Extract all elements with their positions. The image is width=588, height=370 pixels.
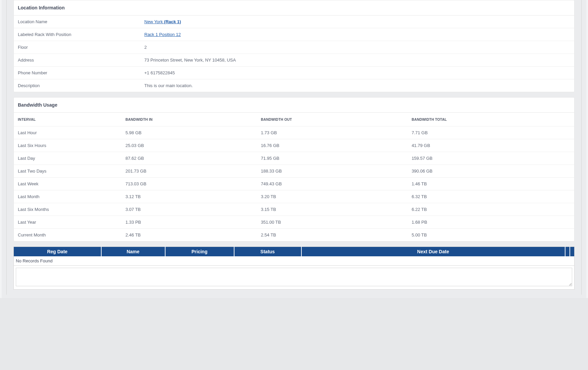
bandwidth-row: Last Hour5.98 GB1.73 GB7.71 GB (14, 126, 574, 139)
bandwidth-cell-out: 16.76 GB (257, 139, 407, 152)
value-cell: 2 (140, 41, 574, 54)
bandwidth-cell-total: 1.46 TB (408, 178, 574, 190)
value-cell: New York (Rack 1) (140, 15, 574, 28)
bandwidth-cell-interval: Current Month (14, 229, 121, 242)
bandwidth-cell-out: 3.15 TB (257, 203, 407, 216)
bandwidth-cell-in: 5.98 GB (121, 126, 257, 139)
label-cell: Phone Number (14, 67, 140, 79)
bandwidth-row: Last Month3.12 TB3.20 TB6.32 TB (14, 190, 574, 203)
bandwidth-cell-interval: Last Two Days (14, 165, 121, 178)
bandwidth-row: Last Week713.03 GB749.43 GB1.46 TB (14, 178, 574, 190)
bandwidth-cell-total: 6.32 TB (408, 190, 574, 203)
label-cell: Labeled Rack With Position (14, 28, 140, 41)
bandwidth-cell-interval: Last Six Hours (14, 139, 121, 152)
notes-wrap (13, 266, 575, 290)
location-row: Location Name New York (Rack 1) (14, 15, 574, 28)
bandwidth-cell-out: 188.33 GB (257, 165, 407, 178)
no-records-cell: No Records Found (14, 256, 575, 266)
col-header-reg-date[interactable]: Reg Date (14, 247, 101, 257)
label-cell: Description (14, 79, 140, 92)
bandwidth-cell-interval: Last Hour (14, 126, 121, 139)
records-table: Reg Date Name Pricing Status Next Due Da… (13, 247, 575, 266)
col-header-next-due[interactable]: Next Due Date (301, 247, 565, 257)
value-cell: This is our main location. (140, 79, 574, 92)
label-cell: Location Name (14, 15, 140, 28)
location-row: Description This is our main location. (14, 79, 574, 92)
bandwidth-cell-in: 713.03 GB (121, 178, 257, 190)
panel-title: Location Information (18, 5, 65, 10)
location-info-panel: Location Information Location Name New Y… (13, 0, 575, 92)
bandwidth-cell-total: 5.00 TB (408, 229, 574, 242)
label-cell: Address (14, 54, 140, 67)
bandwidth-cell-out: 71.95 GB (257, 152, 407, 165)
col-header-name[interactable]: Name (101, 247, 165, 257)
col-header-pricing[interactable]: Pricing (165, 247, 234, 257)
bandwidth-cell-in: 3.07 TB (121, 203, 257, 216)
bandwidth-cell-in: 3.12 TB (121, 190, 257, 203)
bandwidth-cell-out: 3.20 TB (257, 190, 407, 203)
value-cell: Rack 1 Position 12 (140, 28, 574, 41)
col-header-out[interactable]: BANDWIDTH OUT (257, 113, 407, 126)
bandwidth-cell-total: 6.22 TB (408, 203, 574, 216)
bandwidth-cell-out: 351.00 TB (257, 216, 407, 229)
bandwidth-cell-total: 159.57 GB (408, 152, 574, 165)
bandwidth-cell-total: 1.68 PB (408, 216, 574, 229)
panel-header: Location Information (14, 0, 574, 15)
panel-header: Bandwidth Usage (14, 98, 574, 113)
value-cell: +1 6175822845 (140, 67, 574, 79)
bandwidth-cell-in: 1.33 PB (121, 216, 257, 229)
location-info-table: Location Name New York (Rack 1) Labeled … (14, 15, 574, 92)
col-header-action-1[interactable] (565, 247, 570, 257)
bandwidth-cell-total: 41.79 GB (408, 139, 574, 152)
bandwidth-cell-total: 390.06 GB (408, 165, 574, 178)
bandwidth-cell-interval: Last Week (14, 178, 121, 190)
rack-position-link[interactable]: Rack 1 Position 12 (144, 32, 181, 37)
bandwidth-table: INTERVAL BANDWIDTH IN BANDWIDTH OUT BAND… (14, 113, 574, 241)
col-header-total[interactable]: BANDWIDTH TOTAL (408, 113, 574, 126)
location-name-link[interactable]: New York (Rack 1) (144, 19, 181, 24)
bandwidth-cell-interval: Last Six Months (14, 203, 121, 216)
location-row: Floor 2 (14, 41, 574, 54)
location-row: Labeled Rack With Position Rack 1 Positi… (14, 28, 574, 41)
bandwidth-row: Last Six Months3.07 TB3.15 TB6.22 TB (14, 203, 574, 216)
bandwidth-cell-in: 87.62 GB (121, 152, 257, 165)
bandwidth-cell-out: 749.43 GB (257, 178, 407, 190)
value-cell: 73 Princeton Street, New York, NY 10458,… (140, 54, 574, 67)
bandwidth-cell-interval: Last Year (14, 216, 121, 229)
bandwidth-cell-interval: Last Month (14, 190, 121, 203)
bandwidth-row: Last Two Days201.73 GB188.33 GB390.06 GB (14, 165, 574, 178)
notes-textarea[interactable] (16, 268, 572, 286)
bandwidth-cell-out: 1.73 GB (257, 126, 407, 139)
bandwidth-cell-in: 2.46 TB (121, 229, 257, 242)
table-row-empty: No Records Found (14, 256, 575, 266)
bandwidth-row: Last Day87.62 GB71.95 GB159.57 GB (14, 152, 574, 165)
bandwidth-cell-in: 201.73 GB (121, 165, 257, 178)
bandwidth-row: Last Six Hours25.03 GB16.76 GB41.79 GB (14, 139, 574, 152)
col-header-action-2[interactable] (570, 247, 575, 257)
location-row: Phone Number +1 6175822845 (14, 67, 574, 79)
bandwidth-cell-in: 25.03 GB (121, 139, 257, 152)
bandwidth-cell-interval: Last Day (14, 152, 121, 165)
location-row: Address 73 Princeton Street, New York, N… (14, 54, 574, 67)
label-cell: Floor (14, 41, 140, 54)
col-header-interval[interactable]: INTERVAL (14, 113, 121, 126)
col-header-in[interactable]: BANDWIDTH IN (121, 113, 257, 126)
bandwidth-usage-panel: Bandwidth Usage INTERVAL BANDWIDTH IN BA… (13, 97, 575, 242)
col-header-status[interactable]: Status (234, 247, 301, 257)
bandwidth-cell-total: 7.71 GB (408, 126, 574, 139)
bandwidth-row: Last Year1.33 PB351.00 TB1.68 PB (14, 216, 574, 229)
panel-title: Bandwidth Usage (18, 102, 57, 108)
bandwidth-cell-out: 2.54 TB (257, 229, 407, 242)
bandwidth-row: Current Month2.46 TB2.54 TB5.00 TB (14, 229, 574, 242)
